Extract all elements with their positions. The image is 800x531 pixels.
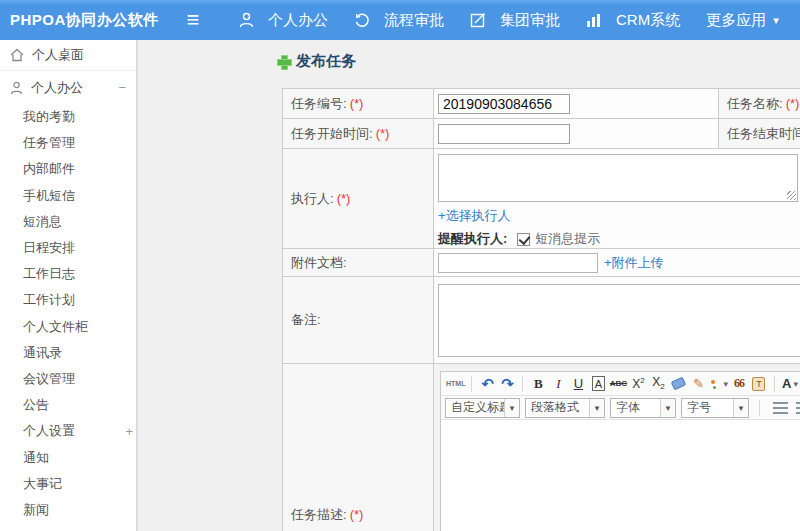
required-mark: (*) [350,96,364,111]
font-border-icon: A [592,376,605,391]
nav-item-0[interactable]: 个人办公 [226,0,341,40]
nav-item-3[interactable]: CRM系统 [573,0,693,40]
sidebar-item-desktop[interactable]: 个人桌面 [0,40,136,71]
edit-icon [470,12,493,28]
nav-item-label: CRM系统 [616,11,680,30]
resize-grip[interactable] [787,191,796,200]
nav-item-4[interactable]: 更多应用▾ [693,0,792,40]
home-icon [10,48,24,62]
editor-content-area[interactable] [441,420,800,531]
sms-remind-checkbox[interactable] [517,233,530,246]
font-family-select[interactable]: 字体▾ [610,398,676,418]
align-left-icon[interactable] [773,402,788,414]
sidebar-item-0[interactable]: 我的考勤 [0,104,136,130]
sidebar-item-1[interactable]: 任务管理 [0,130,136,156]
sidebar-item-label: 通讯录 [23,344,62,362]
sidebar-item-8[interactable]: 个人文件柜 [0,314,136,340]
undo-button[interactable]: ↶ [478,374,496,394]
sidebar-item-5[interactable]: 日程安排 [0,235,136,261]
choose-executor-link[interactable]: +选择执行人 [438,208,511,223]
subscript-button[interactable]: X2 [649,374,667,394]
sidebar-item-6[interactable]: 工作日志 [0,261,136,287]
font-color-button[interactable]: A▾ [781,374,799,394]
description-label: 任务描述: [291,507,347,522]
align-center-icon[interactable] [796,402,800,414]
paragraph-format-select[interactable]: 段落格式▾ [525,398,605,418]
editor-toolbar-row1: HTML↶↷BIUAABCX2X2✎▾66TA▾ [441,372,800,396]
font-border-button[interactable]: A [589,374,607,394]
superscript-button[interactable]: X2 [629,374,647,394]
attachment-upload-link[interactable]: +附件上传 [604,254,664,272]
sms-remind-label: 短消息提示 [535,230,600,248]
caret-down-icon[interactable]: ▾ [660,399,675,417]
sidebar-item-7[interactable]: 工作计划 [0,287,136,313]
redo-button[interactable]: ↷ [498,374,516,394]
sidebar-item-label: 新闻 [23,501,49,519]
sidebar-item-14[interactable]: 大事记 [0,471,136,497]
sidebar-item-9[interactable]: 通讯录 [0,340,136,366]
format-brush-button[interactable]: ✎ [689,374,707,394]
auto-typeset-button[interactable]: ▾ [709,374,728,394]
nav-item-2[interactable]: 集团审批 [457,0,573,40]
collapse-icon[interactable]: − [118,80,126,95]
strikethrough-button[interactable]: ABC [609,374,627,394]
blockquote-button[interactable]: 66 [730,374,748,394]
caret-down-icon[interactable]: ▾ [504,399,519,417]
alignment-group [769,402,800,414]
eraser-button[interactable] [669,374,687,394]
bold-button[interactable]: B [529,374,547,394]
italic-button[interactable]: I [549,374,567,394]
paste-plain-button[interactable]: T [750,374,768,394]
sidebar-item-label: 会议管理 [23,370,75,388]
start-time-input[interactable] [438,124,570,144]
sidebar-item-label: 短消息 [23,213,62,231]
nav-item-label: 流程审批 [384,11,444,30]
sidebar-section-label: 个人办公 [31,79,83,97]
sidebar-item-label: 任务管理 [23,134,75,152]
underline-button[interactable]: U [569,374,587,394]
task-name-label-cell: 任务名称:(*) [719,89,800,119]
undo-icon: ↶ [481,375,494,393]
executor-value-cell: +选择执行人 提醒执行人: 短消息提示 [434,149,800,249]
page-title: 发布任务 [277,52,356,71]
sidebar-item-15[interactable]: 新闻 [0,497,136,523]
sidebar-item-10[interactable]: 会议管理 [0,366,136,392]
sidebar-section-personal-office[interactable]: 个人办公 − [0,71,136,104]
toolbar-separator [759,400,760,416]
remark-label-cell: 备注: [283,277,434,364]
custom-title-select[interactable]: 自定义标题▾ [445,398,520,418]
sidebar-item-3[interactable]: 手机短信 [0,183,136,209]
source-code-button[interactable]: HTML [446,374,465,394]
toolbar-separator [471,376,472,392]
remark-textarea[interactable] [438,284,800,357]
caret-down-icon[interactable]: ▾ [589,399,604,417]
expand-icon[interactable]: + [125,424,133,439]
font-size-select[interactable]: 字号▾ [681,398,749,418]
sidebar-item-4[interactable]: 短消息 [0,209,136,235]
sidebar-item-13[interactable]: 通知 [0,444,136,470]
sidebar-item-label: 日程安排 [23,239,75,257]
superscript-icon: X2 [632,376,644,391]
hamburger-menu-icon[interactable]: ≡ [178,0,208,40]
task-no-input[interactable] [438,94,570,114]
sidebar-item-label: 工作日志 [23,265,75,283]
sidebar-item-11[interactable]: 公告 [0,392,136,418]
redo-icon: ↷ [501,375,514,393]
custom-title-select-value: 自定义标题 [446,399,504,416]
font-family-select-value: 字体 [611,399,660,416]
nav-item-1[interactable]: 流程审批 [341,0,457,40]
task-no-label-cell: 任务编号:(*) [283,89,434,119]
executor-textarea[interactable] [438,154,798,202]
strikethrough-icon: ABC [610,379,627,388]
attachment-input[interactable] [438,253,598,273]
add-task-icon [277,55,290,68]
end-time-label: 任务结束时间: [727,126,800,141]
font-color-icon: A [782,376,791,391]
sidebar-item-label: 通知 [23,449,49,467]
required-mark: (*) [350,507,364,522]
sidebar-item-2[interactable]: 内部邮件 [0,156,136,182]
user-icon [10,81,23,95]
caret-down-icon[interactable]: ▾ [733,399,748,417]
task-form-table: 任务编号:(*) 任务名称:(*) 任务开始时间:(*) 任务结束时间:(*) [282,88,800,531]
sidebar-item-12[interactable]: 个人设置+ [0,418,136,444]
